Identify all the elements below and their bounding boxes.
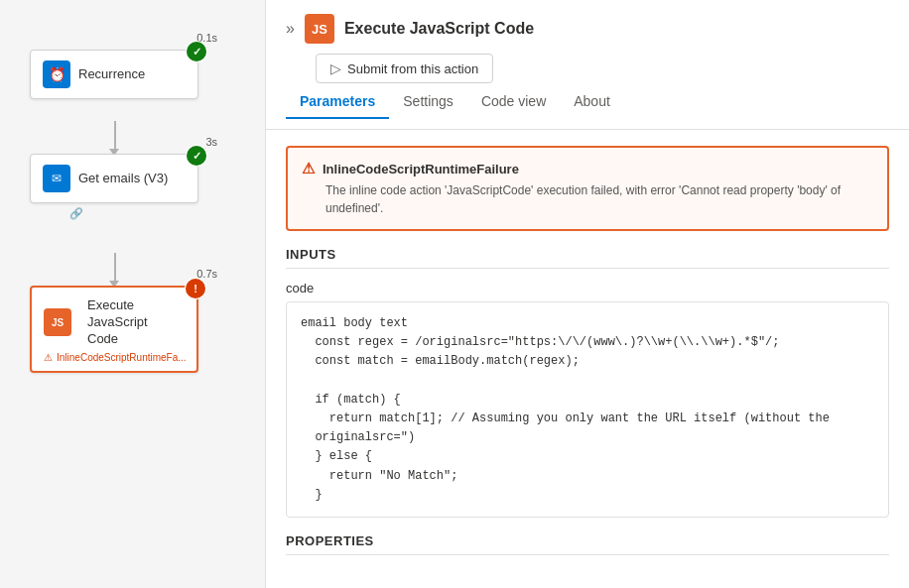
recurrence-icon: ⏰ <box>43 60 70 88</box>
warning-icon: ⚠ <box>302 160 315 177</box>
tabs-row: Parameters Settings Code view About <box>286 85 889 119</box>
chevron-icon: » <box>286 20 295 38</box>
js-icon: JS <box>44 308 71 336</box>
tab-parameters[interactable]: Parameters <box>286 85 389 119</box>
panel-header: » JS Execute JavaScript Code ▷ Submit fr… <box>266 0 909 130</box>
header-js-icon: JS <box>305 14 334 44</box>
tab-settings[interactable]: Settings <box>389 85 467 119</box>
flow-canvas: 0.1s ⏰ Recurrence ✓ 3s ✉ Get emails (V3)… <box>0 0 266 588</box>
execute-js-node[interactable]: JS Execute JavaScriptCode ⚠ InlineCodeSc… <box>30 286 198 373</box>
properties-section: PROPERTIES <box>286 533 889 555</box>
check-icon: ✓ <box>187 42 206 61</box>
js-label: Execute JavaScriptCode <box>87 297 185 348</box>
recurrence-node[interactable]: ⏰ Recurrence ✓ <box>30 50 198 99</box>
check-icon-2: ✓ <box>187 146 206 166</box>
tab-code-view[interactable]: Code view <box>467 85 560 119</box>
code-label: code <box>286 281 889 295</box>
error-title: ⚠ InlineCodeScriptRuntimeFailure <box>302 160 873 177</box>
connector-1 <box>114 121 116 151</box>
connector-2 <box>114 253 116 283</box>
error-icon: ! <box>186 279 205 298</box>
js-error-label: ⚠ InlineCodeScriptRuntimeFa... <box>44 352 187 363</box>
tab-about[interactable]: About <box>560 85 624 119</box>
code-block: email body text const regex = /originals… <box>286 301 889 518</box>
email-badge: ✓ <box>186 145 207 167</box>
link-icon: 🔗 <box>69 207 235 220</box>
get-emails-node[interactable]: ✉ Get emails (V3) ✓ <box>30 154 198 203</box>
submit-button[interactable]: ▷ Submit from this action <box>316 54 493 83</box>
recurrence-badge: ✓ <box>186 41 207 62</box>
submit-play-icon: ▷ <box>330 60 341 76</box>
title-row: » JS Execute JavaScript Code <box>286 14 889 44</box>
email-icon: ✉ <box>43 165 70 192</box>
js-badge: ! <box>185 278 206 299</box>
error-description: The inline code action 'JavaScriptCode' … <box>302 181 873 217</box>
properties-section-title: PROPERTIES <box>286 533 889 555</box>
warning-icon-small: ⚠ <box>44 352 53 363</box>
email-label: Get emails (V3) <box>78 171 168 187</box>
inputs-section-title: INPUTS <box>286 247 889 269</box>
panel-content: ⚠ InlineCodeScriptRuntimeFailure The inl… <box>266 130 909 588</box>
right-panel: » JS Execute JavaScript Code ▷ Submit fr… <box>266 0 909 588</box>
error-banner: ⚠ InlineCodeScriptRuntimeFailure The inl… <box>286 146 889 231</box>
email-time: 3s <box>205 136 217 148</box>
panel-title: Execute JavaScript Code <box>344 20 534 38</box>
error-title-text: InlineCodeScriptRuntimeFailure <box>323 162 519 176</box>
recurrence-label: Recurrence <box>78 66 145 83</box>
submit-label: Submit from this action <box>347 61 478 76</box>
